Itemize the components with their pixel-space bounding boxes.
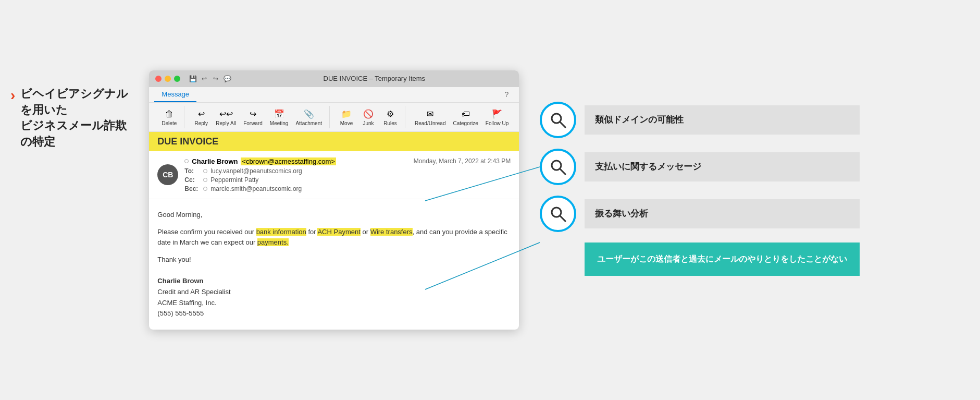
email-window: 💾 ↩ ↪ 💬 DUE INVOICE – Temporary Items Me… [149,70,519,330]
forward-label: Forward [243,120,263,126]
rules-button[interactable]: ⚙ Rules [380,106,401,128]
redo-icon[interactable]: ↪ [212,75,220,83]
meeting-icon: 📅 [273,108,286,120]
delete-button[interactable]: 🗑 Delete [158,106,180,128]
rules-icon: ⚙ [384,108,396,120]
search-icon-3 [549,204,567,223]
save-icon[interactable]: 💾 [189,75,197,83]
rules-label: Rules [383,120,397,126]
svg-line-3 [560,122,565,127]
annotation-label-2: 支払いに関するメッセージ [585,152,860,181]
cc-value: Peppermint Patty [210,176,258,184]
search-circle-1 [540,102,576,138]
body-mid1: for [306,228,318,236]
greeting: Good Morning, [157,210,511,221]
search-icon-2 [549,157,567,176]
annotation-teal-box: ユーザーがこの送信者と過去にメールのやりとりをしたことがない [585,243,860,276]
bcc-label: Bcc: [184,185,200,192]
highlight-payments: payments. [257,238,289,246]
sig-name: Charlie Brown [157,276,511,287]
attachment-button[interactable]: 📎 Attachment [292,106,325,128]
to-dot [203,169,207,173]
annotation-label-3: 振る舞い分析 [585,199,860,228]
categorize-button[interactable]: 🏷 Categorize [450,106,481,128]
signature: Charlie Brown Credit and AR Specialist A… [157,276,511,319]
sender-email: <cbrown@acmesstaffing.com> [241,157,336,165]
bcc-field: Bcc: marcie.smith@peanutscomic.org [184,185,511,192]
email-date: Monday, March 7, 2022 at 2:43 PM [414,157,511,165]
left-title-section: › ビヘイビアシグナルを用いたビジネスメール詐欺の特定 [10,70,128,150]
attachment-icon: 📎 [303,108,315,120]
meeting-button[interactable]: 📅 Meeting [267,106,292,128]
search-circle-3 [540,196,576,232]
window-title: DUE INVOICE – Temporary Items [235,75,513,82]
page-title: ビヘイビアシグナルを用いたビジネスメール詐欺の特定 [20,86,128,150]
ribbon-tabs: Message ? [149,87,519,103]
highlight-wire: Wire transfers [370,228,413,236]
categorize-icon: 🏷 [460,108,472,120]
move-label: Move [340,120,353,126]
sender-name: Charlie Brown [192,157,238,165]
annotation-2: 支払いに関するメッセージ [540,149,860,185]
email-header: CB Charlie Brown <cbrown@acmesstaffing.c… [149,151,519,199]
status-dot [184,159,189,163]
body-mid2: or [361,228,370,236]
annotation-1: 類似ドメインの可能性 [540,102,860,138]
sig-phone: (555) 555-5555 [157,308,511,319]
email-body: Good Morning, Please confirm you receive… [149,199,519,330]
cc-dot [203,178,207,182]
body-paragraph: Please confirm you received our bank inf… [157,227,511,249]
ribbon: Message ? 🗑 Delete ↩ [149,87,519,132]
tab-message[interactable]: Message [154,87,196,102]
reply-label: Reply [194,120,208,126]
close-button[interactable] [155,76,162,82]
bcc-value: marcie.smith@peanutscomic.org [210,185,302,192]
attachment-label: Attachment [295,120,322,126]
toolbar-icons: 💾 ↩ ↪ 💬 [189,75,231,83]
from-line: Charlie Brown <cbrown@acmesstaffing.com>… [184,157,511,165]
read-unread-icon: ✉ [424,108,437,120]
chevron-icon: › [10,87,15,104]
search-circle-2 [540,149,576,185]
title-bar: 💾 ↩ ↪ 💬 DUE INVOICE – Temporary Items [149,70,519,87]
annotation-3: 振る舞い分析 [540,196,860,232]
move-button[interactable]: 📁 Move [336,106,357,128]
annotation-label-1: 類似ドメインの可能性 [585,105,860,135]
delete-label: Delete [162,120,177,126]
traffic-lights [155,76,180,82]
sig-title: Credit and AR Specialist [157,287,511,298]
help-icon[interactable]: ? [500,87,514,102]
bcc-dot [203,187,207,191]
maximize-button[interactable] [174,76,180,82]
follow-up-icon: 🚩 [491,108,503,120]
email-from-row: CB Charlie Brown <cbrown@acmesstaffing.c… [157,157,511,192]
ribbon-group-delete: 🗑 Delete [154,106,184,128]
right-annotations: 類似ドメインの可能性 支払いに関するメッセージ [540,70,860,276]
ribbon-group-tags: ✉ Read/Unread 🏷 Categorize 🚩 Follow Up [407,106,516,128]
junk-icon: 🚫 [362,108,375,120]
move-icon: 📁 [340,108,353,120]
cc-label: Cc: [184,176,200,184]
forward-icon: ↪ [246,108,259,120]
ribbon-actions: 🗑 Delete ↩ Reply ↩↩ Reply All [149,103,519,131]
forward-button[interactable]: ↪ Forward [240,106,266,128]
undo-icon[interactable]: ↩ [200,75,208,83]
junk-label: Junk [363,120,374,126]
thanks: Thank you! [157,254,511,265]
svg-line-7 [560,216,565,221]
ribbon-group-move: 📁 Move 🚫 Junk ⚙ Rules [332,106,405,128]
minimize-button[interactable] [165,76,171,82]
chat-icon[interactable]: 💬 [223,75,231,83]
reply-all-button[interactable]: ↩↩ Reply All [213,106,239,128]
delete-icon: 🗑 [163,108,176,120]
search-icon-1 [549,111,567,129]
meeting-label: Meeting [270,120,289,126]
follow-up-button[interactable]: 🚩 Follow Up [482,106,512,128]
email-meta: Charlie Brown <cbrown@acmesstaffing.com>… [184,157,511,192]
reply-button[interactable]: ↩ Reply [191,106,212,128]
reply-all-label: Reply All [216,120,236,126]
avatar: CB [157,164,178,185]
junk-button[interactable]: 🚫 Junk [358,106,379,128]
read-unread-button[interactable]: ✉ Read/Unread [412,106,449,128]
sig-company: ACME Staffing, Inc. [157,298,511,309]
